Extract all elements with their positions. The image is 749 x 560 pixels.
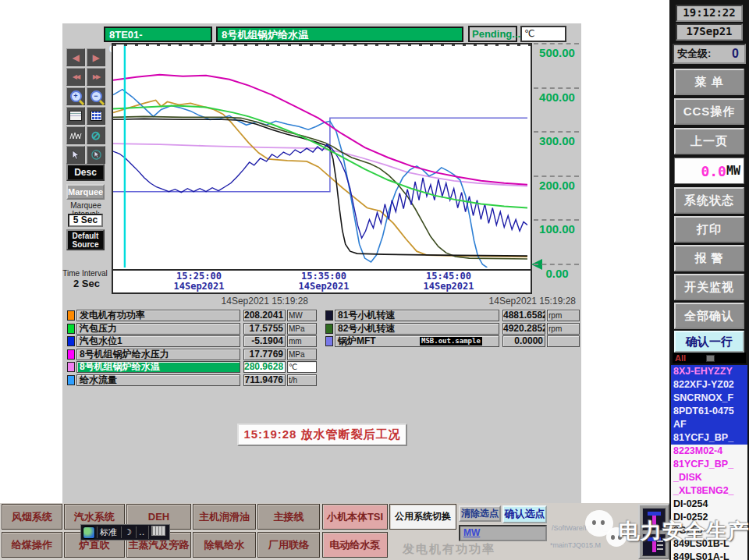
pen-name-cell[interactable]: 汽包压力 (76, 323, 240, 335)
y-tick-label: 0.00 (534, 267, 580, 280)
alarm-item[interactable]: DI-0254 (671, 498, 747, 511)
confirm-selection-button[interactable]: 确认选点 (502, 505, 547, 523)
selected-point-field[interactable]: MW (459, 525, 547, 541)
pen-name-cell[interactable]: 8号机组锅炉给水温 (76, 361, 240, 373)
page-tile[interactable]: 电动给水泵 (322, 532, 388, 558)
legend-window-icon[interactable] (66, 107, 85, 125)
trend-line (113, 119, 527, 256)
grid-display-icon[interactable] (87, 107, 105, 125)
clear-selection-button[interactable]: 清除选点 (459, 505, 501, 522)
sidebar-button[interactable]: 全部确认 (674, 303, 744, 329)
step-forward-icon[interactable]: ▶ (87, 48, 105, 66)
alarm-item[interactable]: 849LS01B-L (671, 537, 747, 551)
page-tile[interactable]: 小机本体TSI (322, 504, 388, 530)
legend-timestamp-left: 14Sep2021 15:19:28 (190, 296, 308, 307)
pen-name-cell[interactable]: 82号小机转速 (335, 323, 499, 335)
page-tile[interactable]: 主接线 (257, 504, 320, 530)
faded-path-text: /SoftWare/M…M_ (552, 524, 607, 532)
trend-unit-field[interactable]: ℃ (520, 26, 566, 42)
desc-button[interactable]: Desc (66, 164, 105, 181)
sidebar-button[interactable]: 开关监视 (674, 274, 744, 300)
pen-name-cell[interactable]: 锅炉MFTMSB.out.sample (335, 335, 499, 347)
alarm-item[interactable]: 849LS01A-L (671, 551, 747, 560)
zoom-out-icon[interactable]: − (87, 87, 105, 105)
default-source-button[interactable]: Default Source (66, 229, 105, 250)
pointer-icon[interactable] (66, 146, 85, 164)
alarm-item[interactable]: 8XJ-EHYZZY (671, 365, 747, 378)
pan-pointer-icon[interactable] (87, 146, 105, 164)
pen-value-cell: 4881.6582 (502, 310, 545, 321)
alarm-list: 8XJ-EHYZZY822XFJ-YZ02SNCRNOX_F8PDT61-047… (671, 365, 747, 560)
x-axis-labels: 15:25:0014Sep202115:35:0014Sep202115:45:… (113, 271, 531, 292)
alarm-item[interactable]: _DISK (671, 471, 747, 484)
ime-punct-icon[interactable]: ‥ (136, 526, 147, 538)
y-gridline (534, 131, 579, 133)
sidebar-button[interactable]: 打印 (674, 216, 744, 243)
ime-keyboard-icon[interactable] (148, 526, 168, 539)
pen-unit-cell: ℃ (287, 361, 317, 373)
pen-value-cell: 280.9628 (243, 361, 286, 373)
trend-plot-svg[interactable] (113, 44, 527, 268)
alarm-item[interactable]: 8PDT61-0475 (671, 405, 747, 418)
alarm-item[interactable]: 81YCFJ_BP_ (671, 431, 747, 445)
disable-trace-icon[interactable]: ⊘ (87, 126, 105, 144)
alarm-item[interactable]: SNCRNOX_F (671, 392, 747, 405)
security-level: 安全级: 0 (673, 44, 746, 64)
pen-color-swatch (67, 336, 75, 346)
marquee-button[interactable]: Marquee (66, 184, 105, 200)
pen-name-cell[interactable]: 81号小机转速 (335, 310, 499, 321)
ime-toolbar[interactable]: 标准 ☽ ‥ (80, 524, 170, 541)
confirm-row-button[interactable]: 确认一行 (674, 331, 744, 353)
signature-trend-icon[interactable] (66, 126, 85, 144)
trend-line (113, 144, 527, 186)
page-tile[interactable]: 主机润滑油 (193, 504, 256, 530)
pen-value-cell: 17.7769 (243, 349, 286, 360)
trend-line (113, 90, 487, 268)
sidebar-button[interactable]: 菜 单 (674, 69, 744, 95)
trend-quick-panel (638, 504, 669, 559)
alarm-filter-label[interactable]: All (673, 353, 686, 363)
pen-source-tooltip: MSB.out.sample (420, 337, 482, 346)
page-back-icon[interactable]: ◀◀ (66, 68, 85, 86)
zoom-in-icon[interactable]: + (66, 87, 85, 105)
pen-unit-cell: MW (287, 310, 317, 321)
alarm-item[interactable]: _XLT8ENG2_ (671, 484, 747, 498)
trend-list-button[interactable] (642, 533, 666, 556)
trend-plot[interactable] (113, 44, 531, 271)
step-back-icon[interactable]: ◀ (66, 48, 85, 66)
page-tile[interactable]: 公用系统切换 (389, 504, 456, 530)
page-tile[interactable]: 给煤操作 (2, 532, 62, 558)
ime-mode-label[interactable]: 标准 (97, 526, 119, 538)
alarm-item[interactable]: AF (671, 418, 747, 431)
sidebar-button[interactable]: 上一页 (674, 128, 744, 154)
alarm-item[interactable]: DI-0252 (671, 511, 747, 524)
page-tile[interactable]: 除氧给水 (193, 532, 256, 558)
alarm-item[interactable]: 822XFJ-YZ02 (671, 378, 747, 392)
pen-name-cell[interactable]: 8号机组锅炉给水压力 (76, 349, 240, 360)
ime-fullhalf-icon[interactable]: ☽ (121, 526, 134, 538)
marquee-interval-field[interactable]: 5 Sec (68, 214, 103, 227)
alarm-item[interactable]: 8223M02-4 (671, 445, 747, 458)
faded-label: 发电机有功功率 (403, 542, 495, 557)
ime-input-icon[interactable] (83, 526, 95, 539)
trend-tag-button[interactable]: 8TE01-0050.out.sample (104, 27, 212, 42)
pen-name-cell[interactable]: 给水流量 (76, 374, 240, 386)
event-annotation: 15:19:28 放水管断裂后工况 (237, 424, 407, 446)
pen-name-cell[interactable]: 发电机有功功率 (76, 310, 240, 321)
sidebar-button[interactable]: 系统状态 (674, 187, 744, 214)
trend-group-button[interactable] (642, 508, 666, 530)
legend-timestamp-right: 14Sep2021 15:19:28 (457, 296, 576, 307)
sidebar: 19:12:22 17Sep21 安全级: 0 0.0 MW 确认一行 All … (669, 0, 749, 560)
page-tile[interactable]: 风烟系统 (2, 504, 62, 530)
page-tile[interactable]: 厂用联络 (257, 532, 320, 558)
alarm-item[interactable]: 81YCFJ_BP_ (671, 458, 747, 471)
x-tick-label: 15:35:0014Sep2021 (281, 271, 367, 292)
sidebar-button[interactable]: CCS操作 (674, 98, 744, 125)
pen-value-cell: 17.5755 (243, 323, 286, 335)
sidebar-button[interactable]: 报 警 (674, 245, 744, 271)
pen-unit-cell (547, 335, 580, 347)
alarm-item[interactable]: 8G250 (671, 524, 747, 537)
page-forward-icon[interactable]: ▶▶ (87, 68, 105, 86)
alarm-filter-bar[interactable]: All (673, 353, 746, 363)
pen-name-cell[interactable]: 汽包水位1 (76, 335, 240, 347)
